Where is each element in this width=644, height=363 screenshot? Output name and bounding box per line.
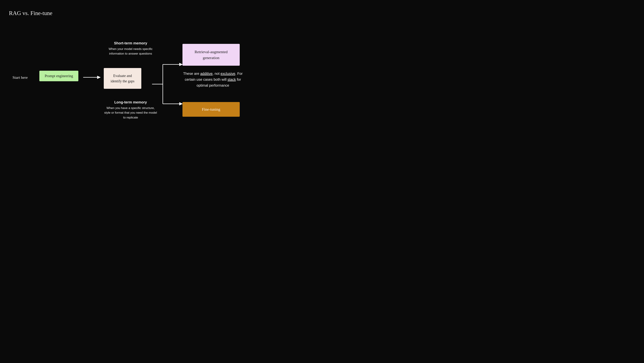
- arrow-prompt-to-evaluate: [83, 75, 101, 81]
- svg-marker-5: [179, 63, 183, 66]
- long-term-memory-block: Long-term memory When you have a specifi…: [104, 100, 158, 120]
- fine-tuning-box: Fine-tuning: [182, 102, 240, 117]
- evaluate-box: Evaluate andidentify the gaps: [104, 68, 141, 89]
- start-label: Start here: [12, 75, 28, 80]
- short-term-description: When your model needs specific informati…: [104, 47, 158, 56]
- long-term-description: When you have a specific structure, styl…: [104, 106, 158, 120]
- svg-marker-1: [97, 76, 101, 79]
- svg-marker-7: [179, 102, 183, 105]
- fork-arrows: [152, 48, 184, 121]
- long-term-title: Long-term memory: [104, 100, 158, 104]
- short-term-memory-block: Short-term memory When your model needs …: [104, 41, 158, 56]
- additive-note: These are additive, not exclusive. For c…: [181, 71, 245, 88]
- rag-box: Retrieval-augmentedgeneration: [182, 44, 240, 66]
- short-term-title: Short-term memory: [104, 41, 158, 45]
- prompt-engineering-box: Prompt engineering: [39, 71, 78, 81]
- page-title: RAG vs. Fine-tune: [9, 10, 52, 17]
